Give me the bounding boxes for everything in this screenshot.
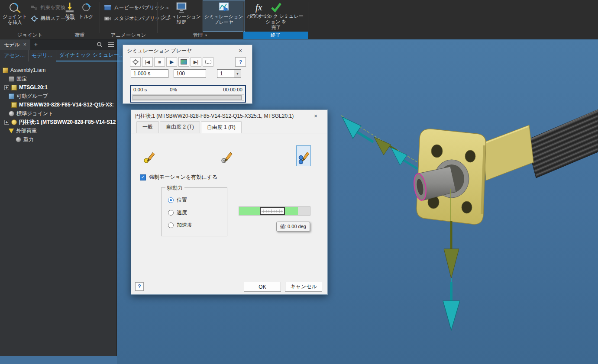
force-button[interactable]: 荷重 <box>62 0 77 32</box>
torque-arrow-olive[interactable] <box>374 137 391 155</box>
edit-initial-conditions-button[interactable] <box>142 145 156 166</box>
images-count-input[interactable] <box>174 69 206 78</box>
browser-tab-strip: モデル × + <box>0 39 116 50</box>
motion-graph-button[interactable] <box>260 207 285 215</box>
ribbon-group-finish: ダイナミック シミュレーション を 完了 <box>245 0 307 32</box>
simulation-settings-icon <box>175 2 187 13</box>
simulation-player-dialog: シミュレーション プレーヤ × |◀ ■ ▶ ▶| ? 1 ▼ 0.00 s 0… <box>123 45 252 104</box>
tree-item-mobile-group[interactable]: 可動グループ <box>0 92 116 100</box>
bolt-hole[interactable] <box>431 145 443 158</box>
finish-simulation-button[interactable]: ダイナミック シミュレーション を 完了 <box>245 0 307 32</box>
help-question-icon: ? <box>138 283 141 290</box>
radio-velocity-label: 速度 <box>177 209 187 216</box>
playback-bubble-icon <box>205 60 211 64</box>
radio-acceleration-control[interactable] <box>168 222 174 228</box>
expander-plus[interactable]: + <box>4 85 9 90</box>
radio-velocity-control[interactable] <box>168 210 174 216</box>
finish-simulation-label: ダイナミック シミュレーション を 完了 <box>247 13 305 30</box>
tab-close-icon[interactable]: × <box>23 42 26 48</box>
imposed-motion-value-editor[interactable] <box>239 206 310 216</box>
playback-speed-select[interactable]: 1 ▼ <box>217 69 241 78</box>
timeline-scrollbar-thumb[interactable] <box>133 95 242 100</box>
bolt-hole[interactable] <box>465 150 475 162</box>
tab-dof1-r[interactable]: 自由度 1 (R) <box>201 121 242 133</box>
record-images-button[interactable] <box>178 57 189 67</box>
tree-item-mtsgl[interactable]: + MTSGL20:1 <box>0 83 116 92</box>
force-arrow-teal-large[interactable] <box>342 117 361 139</box>
ribbon-separator <box>100 2 100 33</box>
playback-speed-value: 1 <box>217 71 234 77</box>
tab-model[interactable]: モデル × <box>0 39 30 50</box>
tree-item-gravity[interactable]: 重力 <box>0 135 116 144</box>
part-icon <box>11 85 17 90</box>
force-arrow-tail <box>356 132 373 142</box>
subtab-modeling[interactable]: モデリ… <box>28 50 56 61</box>
radio-acceleration[interactable]: 加速度 <box>168 222 192 229</box>
gravity-arrow[interactable] <box>444 249 459 278</box>
construction-mode-button[interactable] <box>130 57 141 67</box>
radio-position[interactable]: 位置 <box>168 196 187 204</box>
play-button[interactable]: ▶ <box>166 57 177 67</box>
joint-dialog-close-button[interactable]: × <box>308 110 323 122</box>
checkbox-check-icon: ✓ <box>141 175 145 180</box>
torque-label: トルク <box>79 14 94 19</box>
cancel-button[interactable]: キャンセル <box>285 282 322 292</box>
tree-item-standard-joints[interactable]: 標準ジョイント <box>0 109 116 118</box>
down-force-arrow[interactable] <box>443 301 460 330</box>
value-tooltip: 値: 0.00 deg <box>276 222 310 232</box>
group-label-manage[interactable]: 管理▼ <box>157 32 243 39</box>
simulation-progress-panel: 0.00 s 0% 00:00:00 <box>130 85 246 103</box>
gravity-icon <box>16 137 21 142</box>
joint-dialog-help-button[interactable]: ? <box>135 282 144 291</box>
tree-item-cylindrical-joint[interactable]: + 円柱状:1 (MTSBWW20-828-F85-V14-S12 <box>0 118 116 126</box>
tree-item-assembly[interactable]: Assembly1.iam <box>0 66 116 74</box>
go-to-start-button[interactable]: |◀ <box>142 57 153 67</box>
player-close-button[interactable]: × <box>233 45 248 56</box>
stop-button[interactable]: ■ <box>154 57 165 67</box>
torque-button[interactable]: トルク <box>77 0 95 32</box>
simulation-time-input[interactable] <box>131 69 168 78</box>
browser-menu-button[interactable] <box>105 39 116 50</box>
help-question-icon: ? <box>239 59 242 64</box>
player-help-button[interactable]: ? <box>235 57 246 67</box>
tree-item-external-loads[interactable]: 外部荷重 <box>0 126 116 135</box>
subtab-assembly[interactable]: アセン… <box>1 50 28 61</box>
player-toolbar: |◀ ■ ▶ ▶| ? <box>130 57 249 67</box>
force-arrow-teal-small[interactable] <box>391 148 407 165</box>
tree-item-grounded[interactable]: 固定 <box>0 74 116 83</box>
screw-shaft[interactable] <box>526 110 598 178</box>
ribbon-separator <box>308 2 308 33</box>
edit-imposed-motion-button[interactable] <box>296 145 311 166</box>
tree-item-mtsbww[interactable]: MTSBWW20-828-F85-V14-S12-Q15-X3: <box>0 100 116 109</box>
force-arrow-tail-2 <box>404 160 417 169</box>
new-tab-button[interactable]: + <box>30 39 42 50</box>
driving-force-legend: 駆動力 <box>165 184 184 192</box>
simulation-player-button[interactable]: シミュレーション プレーヤ <box>203 0 245 32</box>
ok-button[interactable]: OK <box>244 282 281 292</box>
expander-plus[interactable]: + <box>4 120 9 125</box>
radio-position-control[interactable] <box>168 197 174 203</box>
edit-joint-force-button[interactable] <box>219 145 234 166</box>
skip-start-icon: |◀ <box>145 59 150 65</box>
browser-search-button[interactable] <box>94 39 105 50</box>
player-title: シミュレーション プレーヤ <box>127 47 192 55</box>
enable-imposed-motion-checkbox[interactable]: ✓ 強制モーションを有効にする <box>140 174 217 181</box>
tab-general[interactable]: 一般 <box>136 121 159 133</box>
player-title-bar[interactable]: シミュレーション プレーヤ × <box>123 45 252 56</box>
timeline-scrollbar[interactable] <box>132 94 244 101</box>
minimize-playback-button[interactable] <box>203 57 213 67</box>
mechanism-status-icon <box>31 16 38 22</box>
bolt-hole[interactable] <box>462 201 472 213</box>
subtab-dynamic-simulation[interactable]: ダイナミック シミュレー… <box>56 50 127 61</box>
torque-icon <box>81 2 92 13</box>
insert-joint-button[interactable]: ジョイント を挿入 <box>1 0 29 32</box>
go-to-end-button[interactable]: ▶| <box>191 57 201 67</box>
radio-velocity[interactable]: 速度 <box>168 209 187 216</box>
joint-dialog-title-bar[interactable]: 円柱状:1 (MTSBWW20-828-F85-V14-S12-Q15-X325… <box>131 110 327 122</box>
simulation-settings-button[interactable]: シミュレーション 設定 <box>160 0 203 32</box>
publish-studio-icon <box>104 16 111 21</box>
checkbox-checked[interactable]: ✓ <box>140 174 146 180</box>
clock-label: 00:00:00 <box>223 87 242 92</box>
tab-dof2-t[interactable]: 自由度 2 (T) <box>160 121 200 133</box>
radio-acceleration-label: 加速度 <box>177 222 192 229</box>
